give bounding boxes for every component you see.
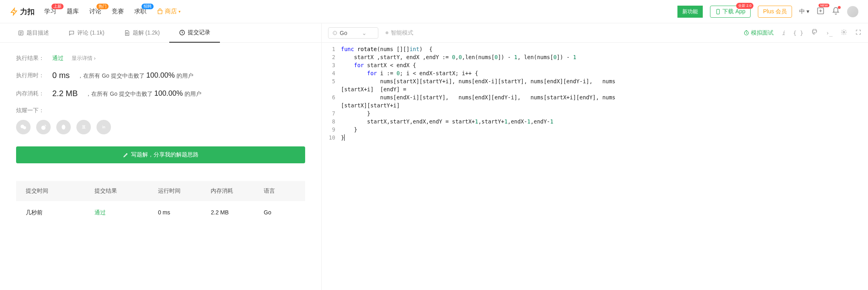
console-icon[interactable]: ›_ [826,30,833,36]
col-runtime-header: 运行时间 [158,187,211,195]
svg-text:in: in [102,125,105,129]
linkedin-icon[interactable]: in [96,120,111,134]
exec-result-status: 通过 [52,55,64,62]
col-time-header: 提交时间 [26,187,94,195]
top-right: 新功能 下载 App 全新 2.0 Plus 会员 中 ▾ NEW [677,6,858,18]
memory-label: 内存消耗： [16,90,44,97]
nav-badge: 热门 [96,4,109,9]
main: 题目描述 评论 (1.1k)题解 (1.2k)提交记录 执行结果： 通过 显示详… [0,23,868,290]
col-result-header: 提交结果 [94,187,158,195]
tab-3[interactable]: 提交记录 [169,23,220,43]
nav-item[interactable]: 竞赛 [112,8,124,15]
runtime-value: 0 ms [52,71,70,80]
share-icons: 豆 in [16,120,305,134]
new-badge: NEW [819,4,829,7]
tab-0[interactable]: 题目描述 [8,23,59,43]
svg-point-6 [23,126,26,130]
shop-icon [157,8,163,15]
line-gutter: 12345 6 78910 [322,45,341,142]
svg-point-7 [41,125,46,130]
show-details-link[interactable]: 显示详情 › [72,55,96,62]
svg-point-14 [843,31,845,33]
history-table: 提交时间 提交结果 运行时间 内存消耗 语言 几秒前通过0 ms2.2 MBGo [16,181,305,224]
history-header: 提交时间 提交结果 运行时间 内存消耗 语言 [16,181,305,201]
info-tool-icon[interactable]: i [782,30,785,36]
tab-2[interactable]: 题解 (1.2k) [114,23,170,43]
exec-result-label: 执行结果： [16,55,44,62]
nav-item[interactable]: 讨论热门 [89,8,101,15]
nav-badge: 招聘 [142,4,154,9]
result-area: 执行结果： 通过 显示详情 › 执行用时： 0 ms ，在所有 Go 提交中击败… [0,43,321,237]
runtime-label: 执行用时： [16,72,44,79]
clock-icon [743,30,749,36]
smart-mode-dot [386,31,388,34]
svg-text:豆: 豆 [82,125,86,129]
nav-item[interactable]: 学习上新 [44,8,56,15]
language-select[interactable]: i Go ⌄ [328,27,378,39]
svg-text:i: i [334,32,335,34]
tabs: 题目描述 评论 (1.1k)题解 (1.2k)提交记录 [0,23,321,43]
download-badge: 全新 2.0 [736,3,753,9]
right-panel: i Go ⌄ 智能模式 模拟面试 i { } ›_ [322,23,868,290]
logo-icon [10,7,18,16]
code-editor[interactable]: 12345 6 78910 func rotate(nums [][]int) … [322,43,868,142]
history-row[interactable]: 几秒前通过0 ms2.2 MBGo [16,201,305,224]
editor-toolbar: i Go ⌄ 智能模式 模拟面试 i { } ›_ [322,23,868,43]
smart-mode[interactable]: 智能模式 [386,29,413,37]
write-solution-button[interactable]: 写题解，分享我的解题思路 [16,146,305,163]
share-label: 炫耀一下： [16,107,305,114]
nav-item[interactable]: 题库 [67,8,79,15]
language-selector[interactable]: 中 ▾ [799,8,809,15]
shop-link[interactable]: 商店 ▾ [157,8,181,15]
left-panel: 题目描述 评论 (1.1k)题解 (1.2k)提交记录 执行结果： 通过 显示详… [0,23,322,290]
svg-point-8 [62,125,66,130]
col-memory-header: 内存消耗 [211,187,264,195]
phone-icon [715,9,721,14]
douban-icon[interactable]: 豆 [76,120,91,134]
top-nav: 力扣 学习上新题库讨论热门竞赛求职招聘商店 ▾ 新功能 下载 App 全新 2.… [0,0,868,23]
settings-icon[interactable] [841,29,847,37]
nav-badge: 上新 [51,4,64,9]
tab-1[interactable]: 评论 (1.1k) [59,23,114,43]
svg-point-3 [126,32,128,34]
nav-items: 学习上新题库讨论热门竞赛求职招聘商店 ▾ [44,8,181,15]
playground-icon[interactable]: NEW [817,7,825,16]
download-app-button[interactable]: 下载 App 全新 2.0 [710,6,751,18]
wechat-icon[interactable] [16,120,31,134]
avatar[interactable] [847,6,858,17]
nav-item[interactable]: 求职招聘 [134,8,146,15]
logo-text: 力扣 [20,7,35,16]
undo-icon[interactable] [811,29,818,37]
edit-icon [123,152,129,158]
braces-icon[interactable]: { } [793,30,803,36]
bell-icon[interactable] [832,7,840,16]
qq-icon[interactable] [56,120,71,134]
plus-member-button[interactable]: Plus 会员 [758,6,792,18]
memory-value: 2.2 MB [52,89,78,98]
mock-interview-button[interactable]: 模拟面试 [743,29,774,37]
info-icon: i [332,31,337,35]
fullscreen-icon[interactable] [855,29,862,37]
svg-rect-0 [717,9,720,14]
logo[interactable]: 力扣 [10,7,35,16]
new-feature-badge[interactable]: 新功能 [677,6,703,18]
notification-dot [838,6,841,9]
weibo-icon[interactable] [36,120,51,134]
code-content[interactable]: func rotate(nums [][]int) { startX ,star… [341,45,868,142]
col-lang-header: 语言 [264,187,295,195]
